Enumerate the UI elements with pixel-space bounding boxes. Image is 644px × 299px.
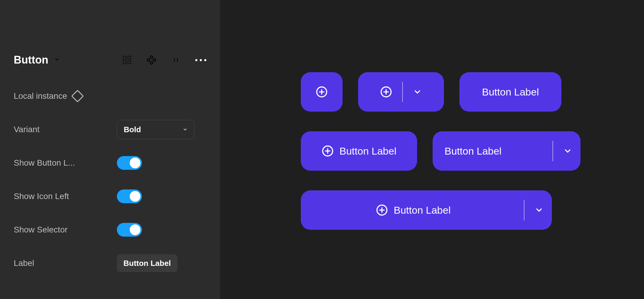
chevron-down-icon[interactable]: [54, 57, 60, 63]
label-input[interactable]: Button Label: [117, 254, 177, 272]
more-icon[interactable]: [195, 59, 206, 61]
local-instance-row: Local instance: [14, 88, 206, 104]
show-icon-left-toggle[interactable]: [117, 189, 142, 203]
button-label-selector[interactable]: Button Label: [433, 131, 580, 171]
plus-circle-icon: [322, 145, 334, 157]
show-icon-left-label: Show Icon Left: [14, 192, 69, 201]
show-icon-left-row: Show Icon Left: [14, 188, 206, 205]
plus-circle-icon: [380, 86, 392, 98]
variant-value: Bold: [124, 125, 141, 134]
button-label: Button Label: [445, 145, 501, 157]
chevron-down-icon: [413, 87, 422, 96]
chevron-down-icon: [535, 206, 544, 215]
component-set-icon[interactable]: [122, 55, 132, 65]
detach-instance-icon[interactable]: [171, 55, 181, 65]
show-selector-toggle[interactable]: [117, 223, 142, 237]
local-instance-label: Local instance: [14, 91, 67, 101]
button-label: Button Label: [394, 204, 451, 216]
component-name[interactable]: Button: [14, 54, 48, 66]
button-divider: [402, 82, 403, 102]
chevron-down-icon: [563, 147, 572, 155]
button-icon-selector[interactable]: [358, 72, 444, 112]
label-field-label: Label: [14, 258, 34, 268]
instance-icon: [71, 90, 84, 102]
show-selector-row: Show Selector: [14, 221, 206, 238]
button-label: Button Label: [482, 86, 539, 98]
plus-circle-icon: [376, 204, 388, 216]
button-icon-label[interactable]: Button Label: [301, 131, 417, 171]
variant-label: Variant: [14, 125, 40, 134]
show-button-label-row: Show Button L...: [14, 155, 206, 171]
button-divider: [552, 141, 553, 161]
button-icon-label-selector[interactable]: Button Label: [301, 190, 552, 230]
chevron-down-icon: [183, 127, 188, 132]
canvas[interactable]: Button Label Button Label Button Label B…: [220, 0, 644, 299]
plus-circle-icon: [316, 86, 328, 98]
label-row: Label Button Label: [14, 255, 206, 272]
variant-row: Variant Bold: [14, 121, 206, 138]
show-button-label-toggle[interactable]: [117, 156, 142, 170]
swap-instance-icon[interactable]: [146, 55, 157, 65]
show-selector-label: Show Selector: [14, 225, 68, 235]
button-divider: [524, 200, 524, 220]
button-label: Button Label: [340, 145, 397, 157]
button-label-only[interactable]: Button Label: [459, 72, 561, 112]
button-icon-only[interactable]: [301, 72, 343, 112]
inspector-panel: Button Local instance Variant Bold S: [0, 0, 220, 299]
panel-header: Button: [14, 54, 206, 66]
show-button-label-label: Show Button L...: [14, 158, 75, 168]
variant-select[interactable]: Bold: [117, 120, 194, 139]
